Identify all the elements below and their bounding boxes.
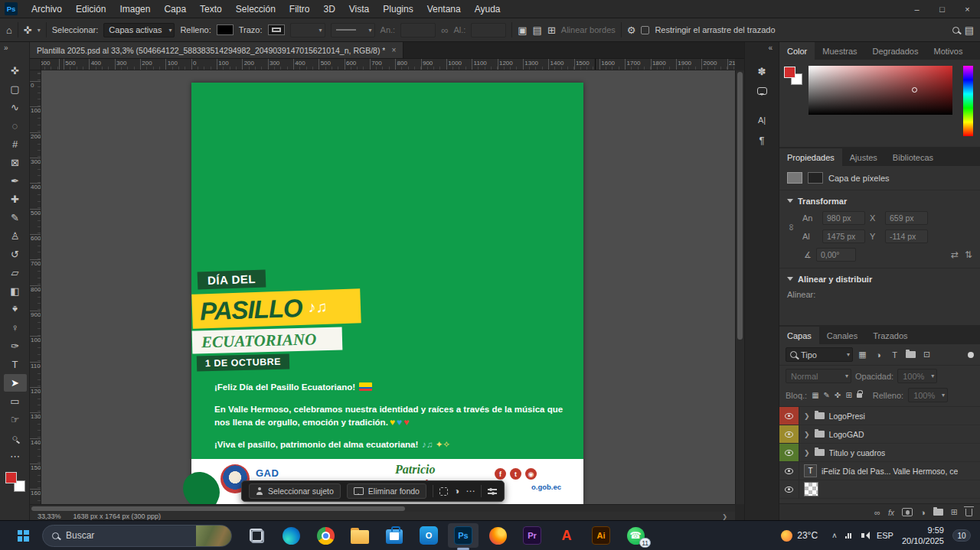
expand-chevron-icon[interactable]: ❯ — [804, 431, 810, 438]
character-panel-icon[interactable]: A| — [754, 112, 769, 128]
horizontal-ruler[interactable]: 6005004003002001000100200300400500600700… — [41, 59, 735, 70]
selection-mode-dropdown[interactable]: Capas activas — [103, 23, 175, 37]
zoom-level[interactable]: 33,33% — [38, 513, 61, 520]
path-selection-tool[interactable]: ➤ — [4, 374, 27, 392]
tool-preset-chevron-icon[interactable]: ▾ — [38, 27, 41, 34]
width-field[interactable]: 980 px — [822, 211, 865, 225]
close-button[interactable]: × — [955, 0, 980, 18]
chrome-icon[interactable] — [310, 523, 341, 548]
pen-tool[interactable]: ✑ — [4, 337, 27, 355]
adjustment-layer-icon[interactable]: ◑ — [920, 508, 926, 517]
tab-capas[interactable]: Capas — [779, 327, 819, 344]
flip-horizontal-icon[interactable]: ⇄ — [951, 249, 959, 260]
illustrator-icon[interactable]: Ai — [586, 523, 616, 548]
move-tool[interactable]: ✜ — [4, 62, 27, 80]
horizontal-scrollbar[interactable] — [30, 504, 735, 512]
flip-vertical-icon[interactable]: ⇅ — [965, 249, 972, 260]
menu-item-vista[interactable]: Vista — [342, 0, 376, 18]
search-highlight-image[interactable] — [196, 526, 231, 546]
minimize-button[interactable]: – — [904, 0, 929, 18]
menu-item-ventana[interactable]: Ventana — [420, 0, 468, 18]
canvas-document[interactable]: DÍA DEL PASILLO♪♫ ECUATORIANO 1 DE OCTUB… — [191, 83, 583, 504]
firefox-icon[interactable] — [482, 523, 513, 548]
filter-group-layers-icon[interactable] — [904, 348, 917, 361]
dodge-tool[interactable]: ♀ — [4, 319, 27, 337]
home-icon[interactable]: ⌂ — [6, 25, 12, 35]
crop-tool[interactable]: # — [4, 135, 27, 153]
layer-row[interactable] — [779, 480, 980, 499]
start-button[interactable] — [10, 524, 36, 547]
frame-tool[interactable]: ⊠ — [4, 154, 27, 171]
search-icon[interactable] — [952, 27, 959, 34]
menu-item-archivo[interactable]: Archivo — [24, 0, 69, 18]
tab-trazados[interactable]: Trazados — [865, 327, 915, 344]
tab-degradados[interactable]: Degradados — [865, 42, 926, 60]
premiere-icon[interactable]: Pr — [517, 523, 547, 548]
hand-tool[interactable]: ☞ — [4, 411, 27, 428]
hidden-icons-chevron-icon[interactable]: ˄ — [832, 532, 837, 540]
layer-row[interactable]: ❯LogoGAD — [779, 425, 980, 444]
transform-selection-icon[interactable] — [439, 487, 448, 496]
adobe-icon[interactable]: A — [551, 523, 582, 548]
menu-item-selección[interactable]: Selección — [229, 0, 283, 18]
foreground-color-swatch[interactable] — [5, 472, 17, 483]
filter-toggle[interactable] — [968, 352, 974, 358]
restore-button[interactable]: □ — [929, 0, 955, 18]
filter-type-dropdown[interactable]: Tipo — [786, 347, 853, 362]
more-options-icon[interactable]: ⋯ — [466, 487, 475, 496]
network-icon[interactable] — [845, 532, 853, 539]
layer-visibility-toggle[interactable] — [779, 407, 799, 425]
active-tool-icon[interactable]: ✜ — [24, 25, 32, 35]
tab-muestras[interactable]: Muestras — [815, 42, 864, 60]
layer-row[interactable]: ❯LogoPresi — [779, 407, 980, 425]
workspace-icon[interactable]: ▤ — [965, 25, 974, 35]
lock-pixels-icon[interactable]: ✎ — [824, 392, 830, 399]
collapse-panels-chevron-icon[interactable] — [768, 44, 773, 52]
horizontal-scrollbar-thumb[interactable] — [31, 506, 405, 511]
tab-propiedades[interactable]: Propiedades — [779, 148, 842, 166]
edge-icon[interactable] — [276, 523, 306, 548]
gradient-tool[interactable]: ◧ — [4, 282, 27, 300]
layer-visibility-toggle[interactable] — [779, 425, 799, 443]
layer-visibility-toggle[interactable] — [779, 480, 799, 498]
link-dimensions-icon[interactable]: ∞ — [441, 25, 448, 35]
foreground-color-swatch[interactable] — [784, 67, 795, 78]
object-selection-tool[interactable]: ◌ — [4, 117, 27, 135]
filter-adjustment-layers-icon[interactable]: ◑ — [872, 348, 885, 361]
new-group-icon[interactable] — [933, 509, 943, 516]
volume-icon[interactable] — [861, 533, 864, 538]
vertical-scrollbar-thumb[interactable] — [737, 72, 743, 340]
align-icon[interactable]: ▤ — [533, 25, 542, 35]
adjustment-icon[interactable]: ◑ — [454, 487, 459, 496]
saturation-brightness-box[interactable] — [808, 66, 952, 115]
expand-toolbar-chevron-icon[interactable] — [4, 44, 8, 52]
store-icon[interactable] — [379, 523, 410, 548]
layer-effects-icon[interactable]: fx — [888, 508, 894, 517]
lock-artboard-icon[interactable]: ⊞ — [845, 392, 851, 399]
clock[interactable]: 9:5920/10/2025 — [902, 525, 944, 547]
taskbar-search[interactable]: Buscar — [42, 525, 232, 547]
comments-panel-icon[interactable] — [754, 83, 769, 99]
fill-swatch[interactable] — [217, 24, 234, 35]
edit-toolbar-ellipsis[interactable]: ⋯ — [4, 447, 27, 465]
angle-field[interactable]: 0,00° — [816, 248, 856, 262]
zoom-tool[interactable]: ○ — [4, 429, 27, 447]
file-explorer-icon[interactable] — [345, 523, 375, 548]
status-arrow-icon[interactable] — [722, 513, 727, 520]
document-tab[interactable]: Plantilla 2025.psd al 33,3% (504664122_5… — [30, 42, 403, 58]
tab-canales[interactable]: Canales — [819, 327, 865, 344]
new-layer-icon[interactable]: ⊞ — [951, 507, 958, 517]
hue-slider[interactable] — [963, 66, 973, 136]
link-layers-icon[interactable]: ∞ — [874, 508, 880, 517]
expand-chevron-icon[interactable]: ❯ — [804, 449, 810, 457]
color-swatches[interactable] — [5, 472, 25, 492]
tab-bibliotecas[interactable]: Bibliotecas — [885, 148, 941, 166]
blend-mode-dropdown[interactable]: Normal — [786, 369, 851, 383]
x-field[interactable]: 659 px — [885, 211, 928, 225]
lock-transparency-icon[interactable]: ▦ — [812, 392, 818, 399]
settings-gear-icon[interactable]: ⚙ — [627, 25, 636, 35]
lasso-tool[interactable]: ∿ — [4, 99, 27, 116]
lock-position-icon[interactable]: ✜ — [835, 392, 841, 399]
task-view-icon[interactable] — [241, 523, 272, 548]
opacity-field[interactable]: 100% — [897, 369, 937, 383]
